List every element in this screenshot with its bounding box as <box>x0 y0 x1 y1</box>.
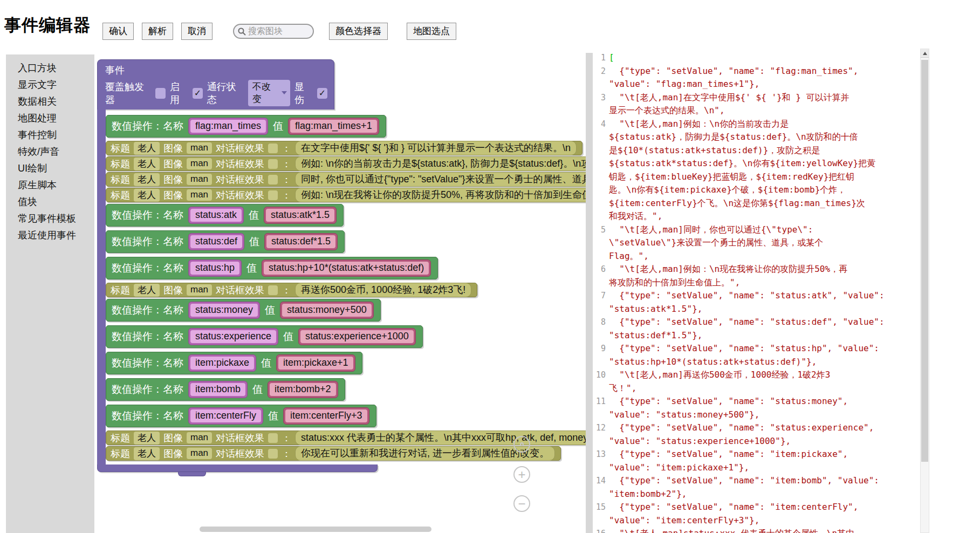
block-setvalue-row[interactable]: 数值操作：名称 status:money 值 status:money+500 <box>106 299 381 322</box>
code-line[interactable]: 10 "\t[老人,man]再送你500金币，1000经验，1破2炸3飞！", <box>593 368 920 395</box>
code-line[interactable]: 8 {"type": "setValue", "name": "status:d… <box>593 316 920 342</box>
sidebar-item[interactable]: 入口方块 <box>6 60 94 77</box>
code-line[interactable]: 15 {"type": "setValue", "name": "item:ce… <box>593 501 920 527</box>
name-field[interactable]: flag:man_times <box>188 118 268 135</box>
dialog-effect-checkbox[interactable] <box>268 190 278 200</box>
block-text-row[interactable]: 标题 老人 图像 man 对话框效果 ： 例如: \n现在我将让你的攻防提升50… <box>106 188 586 202</box>
scroll-up-arrow-icon[interactable] <box>921 49 929 58</box>
cover-trigger-checkbox[interactable] <box>155 88 166 99</box>
title-field[interactable]: 老人 <box>134 189 160 202</box>
name-field[interactable]: status:def <box>188 233 244 250</box>
block-setvalue-row[interactable]: 数值操作：名称 status:def 值 status:def*1.5 <box>106 230 345 253</box>
map-pick-button[interactable]: 地图选点 <box>407 23 456 40</box>
dialog-text-field[interactable]: status:xxx 代表勇士的某个属性。\n其中xxx可取hp, atk, d… <box>295 430 586 445</box>
block-text-row[interactable]: 标题 老人 图像 man 对话框效果 ： 同时, 你也可以通过{"type": … <box>106 172 586 187</box>
value-field[interactable]: item:centerFly+3 <box>283 407 369 425</box>
event-block-header[interactable]: 事件 覆盖触发器 启用 ✓ 通行状态 不改变 显伤 ✓ <box>97 59 334 110</box>
zoom-out-button[interactable]: − <box>513 495 530 512</box>
value-field[interactable]: status:def*1.5 <box>264 233 338 250</box>
value-field[interactable]: status:experience+1000 <box>298 328 416 345</box>
dialog-text-field[interactable]: 例如: \n你的当前攻击力是${status:atk}, 防御力是${statu… <box>295 156 586 171</box>
zoom-reset-button[interactable] <box>513 436 530 453</box>
value-field[interactable]: status:atk*1.5 <box>264 207 337 224</box>
image-field[interactable]: man <box>187 284 212 296</box>
name-field[interactable]: item:centerFly <box>188 407 263 425</box>
code-editor[interactable]: 1[2 {"type": "setValue", "name": "flag:m… <box>593 49 920 533</box>
dialog-effect-checkbox[interactable] <box>268 144 278 153</box>
value-field[interactable]: status:hp+10*(status:atk+status:def) <box>262 259 431 277</box>
image-field[interactable]: man <box>187 448 212 459</box>
name-field[interactable]: status:money <box>188 302 260 319</box>
search-input[interactable] <box>248 26 307 36</box>
block-text-row[interactable]: 标题 老人 图像 man 对话框效果 ： 在文字中使用${' ${ '}和 } … <box>106 141 582 155</box>
title-field[interactable]: 老人 <box>134 284 160 297</box>
sidebar-item[interactable]: 常见事件模板 <box>6 210 94 227</box>
zoom-in-button[interactable]: + <box>513 466 530 483</box>
code-line[interactable]: 7 {"type": "setValue", "name": "status:a… <box>593 289 920 316</box>
code-line[interactable]: 13 {"type": "setValue", "name": "item:pi… <box>593 448 920 474</box>
sidebar-item[interactable]: 原生脚本 <box>6 177 94 194</box>
dialog-text-field[interactable]: 再送你500金币, 1000经验, 1破2炸3飞! <box>295 283 471 297</box>
code-line[interactable]: 9 {"type": "setValue", "name": "status:h… <box>593 342 920 368</box>
dialog-effect-checkbox[interactable] <box>268 449 278 459</box>
code-line[interactable]: 5 "\t[老人,man]同时，你也可以通过{\"type\":\"setVal… <box>593 223 920 263</box>
sidebar-item[interactable]: 数据相关 <box>6 93 94 110</box>
image-field[interactable]: man <box>187 142 212 154</box>
dialog-text-field[interactable]: 在文字中使用${' ${ '}和 } 可以计算并显示一个表达式的结果。\n <box>295 141 577 155</box>
code-line[interactable]: 3 "\t[老人,man]在文字中使用${' ${ '}和 } 可以计算并显示一… <box>593 91 920 118</box>
block-setvalue-row[interactable]: 数值操作：名称 status:experience 值 status:exper… <box>106 325 423 348</box>
title-field[interactable]: 老人 <box>134 173 160 186</box>
enable-checkbox[interactable]: ✓ <box>193 88 203 99</box>
value-field[interactable]: flag:man_times+1 <box>288 118 379 135</box>
name-field[interactable]: item:bomb <box>188 381 248 398</box>
parse-button[interactable]: 解析 <box>142 23 173 40</box>
dialog-effect-checkbox[interactable] <box>268 159 278 169</box>
block-setvalue-row[interactable]: 数值操作：名称 item:pickaxe 值 item:pickaxe+1 <box>106 352 362 374</box>
block-text-row[interactable]: 标题 老人 图像 man 对话框效果 ： 你现在可以重新和我进行对话, 进一步看… <box>106 446 561 461</box>
code-line[interactable]: 11 {"type": "setValue", "name": "status:… <box>593 395 920 421</box>
name-field[interactable]: status:hp <box>188 259 242 277</box>
dialog-text-field[interactable]: 同时, 你也可以通过{"type": "setValue"}来设置一个勇士的属性… <box>295 172 586 187</box>
event-block[interactable]: 事件 覆盖触发器 启用 ✓ 通行状态 不改变 显伤 ✓ 数值操作：名称 flag… <box>97 59 586 476</box>
block-workspace[interactable]: 事件 覆盖触发器 启用 ✓ 通行状态 不改变 显伤 ✓ 数值操作：名称 flag… <box>94 53 586 533</box>
block-text-row[interactable]: 标题 老人 图像 man 对话框效果 ： 例如: \n你的当前攻击力是${sta… <box>106 156 586 171</box>
value-field[interactable]: item:pickaxe+1 <box>276 354 355 372</box>
code-line[interactable]: 6 "\t[老人,man]例如：\n现在我将让你的攻防提升50%，再将攻防和的十… <box>593 263 920 289</box>
cancel-button[interactable]: 取消 <box>181 23 213 40</box>
block-setvalue-row[interactable]: 数值操作：名称 item:centerFly 值 item:centerFly+… <box>106 405 376 427</box>
code-scrollbar-thumb[interactable] <box>921 60 928 462</box>
confirm-button[interactable]: 确认 <box>102 23 134 40</box>
block-text-row[interactable]: 标题 老人 图像 man 对话框效果 ： 再送你500金币, 1000经验, 1… <box>106 283 477 297</box>
damage-checkbox[interactable]: ✓ <box>317 88 327 99</box>
block-setvalue-row[interactable]: 数值操作：名称 flag:man_times 值 flag:man_times+… <box>106 115 386 138</box>
sidebar-item[interactable]: 最近使用事件 <box>6 227 94 244</box>
sidebar-item[interactable]: 地图处理 <box>6 110 94 127</box>
dialog-effect-checkbox[interactable] <box>268 285 278 295</box>
code-line[interactable]: 14 {"type": "setValue", "name": "item:bo… <box>593 474 920 501</box>
image-field[interactable]: man <box>187 189 212 201</box>
value-field[interactable]: item:bomb+2 <box>268 381 338 398</box>
code-line[interactable]: 1[ <box>593 51 920 65</box>
block-setvalue-row[interactable]: 数值操作：名称 status:hp 值 status:hp+10*(status… <box>106 257 438 279</box>
code-line[interactable]: 2 {"type": "setValue", "name": "flag:man… <box>593 65 920 91</box>
workspace-horizontal-scrollbar[interactable] <box>200 527 431 532</box>
dialog-text-field[interactable]: 例如: \n现在我将让你的攻防提升50%, 再将攻防和的十倍加到生命值上。 <box>295 188 586 202</box>
name-field[interactable]: status:experience <box>188 328 278 345</box>
workspace-vertical-scrollbar[interactable] <box>586 53 593 533</box>
sidebar-item[interactable]: 事件控制 <box>6 127 94 144</box>
sidebar-item[interactable]: 特效/声音 <box>6 144 94 160</box>
color-picker-button[interactable]: 颜色选择器 <box>329 23 388 40</box>
name-field[interactable]: item:pickaxe <box>188 354 256 372</box>
code-line[interactable]: 16 "\t[老人,man]status:xxx 代表勇士的某个属性。\n其中 <box>593 527 920 533</box>
image-field[interactable]: man <box>187 174 212 185</box>
title-field[interactable]: 老人 <box>134 432 160 445</box>
image-field[interactable]: man <box>187 432 212 443</box>
name-field[interactable]: status:atk <box>188 207 244 224</box>
image-field[interactable]: man <box>187 158 212 169</box>
block-setvalue-row[interactable]: 数值操作：名称 status:atk 值 status:atk*1.5 <box>106 204 344 227</box>
pass-state-dropdown[interactable]: 不改变 <box>248 80 290 106</box>
code-line[interactable]: 12 {"type": "setValue", "name": "status:… <box>593 421 920 448</box>
title-field[interactable]: 老人 <box>134 142 160 155</box>
dialog-effect-checkbox[interactable] <box>268 175 278 184</box>
sidebar-item[interactable]: UI绘制 <box>6 160 94 177</box>
